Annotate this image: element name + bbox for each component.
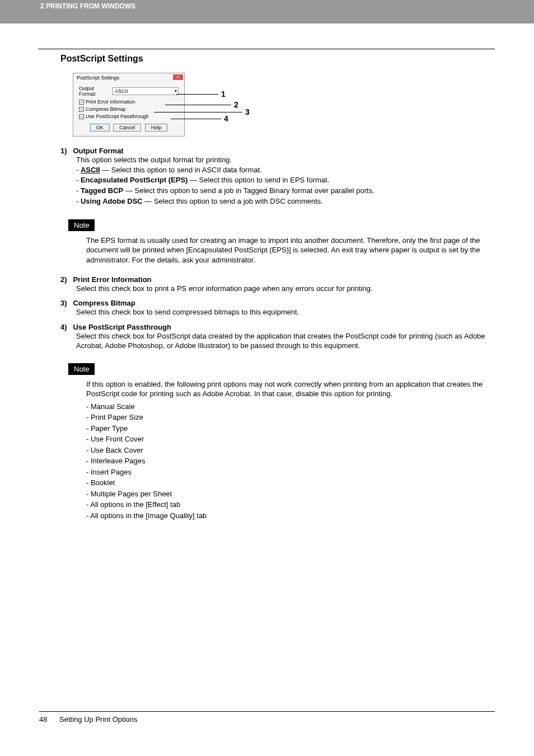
item-3-desc: Select this check box to send compressed… [76,307,495,317]
list-item: Use Back Cover [86,445,495,456]
page-content: PostScript Settings PostScript Settings … [0,24,534,521]
checkbox-icon: ✓ [79,107,84,112]
item-2: 2) Print Error Information Select this c… [60,275,495,294]
output-format-row: Output Format: ASCII ▾ [79,86,179,97]
list-item: Booklet [86,477,495,489]
list-item: Print Paper Size [86,412,495,423]
cancel-button[interactable]: Cancel [113,124,141,132]
note-4-body: If this option is enabled, the following… [86,379,495,399]
callout-line [154,112,242,112]
print-error-checkbox-row[interactable]: ✓ Print Error Information [79,99,179,105]
list-item: Tagged BCP — Select this option to send … [76,186,495,196]
checkbox-icon: ✓ [79,100,84,105]
passthrough-checkbox-row[interactable]: ✓ Use PostScript Passthrough [79,114,179,119]
note-1-body: The EPS format is usually used for creat… [86,236,495,265]
note-label: Note [68,219,95,231]
item-1-desc: This option selects the output format fo… [76,155,495,165]
list-item: Insert Pages [86,467,495,478]
chapter-header: 2 PRINTING FROM WINDOWS [0,0,534,24]
checkbox-icon: ✓ [79,114,84,119]
item-4: 4) Use PostScript Passthrough Select thi… [60,323,495,351]
page-number: 48 [39,715,47,724]
item-2-number: 2) [60,275,67,284]
callout-line [176,94,218,95]
list-item: Use Front Cover [86,434,495,445]
list-item: Paper Type [86,423,495,434]
chapter-title: 2 PRINTING FROM WINDOWS [40,2,135,10]
note-label: Note [68,363,95,375]
item-2-desc: Select this check box to print a PS erro… [76,284,495,294]
item-1-number: 1) [60,147,67,155]
section-rule [38,49,495,49]
item-1-title: Output Format [73,147,123,155]
list-item: All options in the [Effect] tab [86,499,495,510]
item-4-number: 4) [60,323,67,331]
dialog-body: Output Format: ASCII ▾ ✓ Print Error Inf… [73,82,184,136]
close-icon[interactable]: × [173,74,183,80]
passthrough-checkbox-label: Use PostScript Passthrough [86,114,149,119]
item-3-title: Compress Bitmap [73,299,135,307]
footer-rule [39,711,495,712]
callout-line [171,119,221,119]
callout-3: 3 [245,107,250,116]
callout-line [165,105,231,105]
help-button[interactable]: Help [145,124,168,132]
list-item: Using Adobe DSC — Select this option to … [76,196,495,207]
callout-1: 1 [221,90,226,98]
list-item: Encapsulated PostScript (EPS) — Select t… [76,175,495,186]
item-3-number: 3) [60,299,67,307]
dialog-buttons: OK Cancel Help [79,124,179,132]
item-1-options: ASCII — Select this option to send in AS… [76,165,495,207]
item-3: 3) Compress Bitmap Select this check box… [60,299,495,317]
callout-4: 4 [224,114,228,123]
item-4-title: Use PostScript Passthrough [73,323,171,331]
list-item: Multiple Pages per Sheet [86,489,495,500]
item-2-title: Print Error Information [73,275,151,284]
dialog-figure: PostScript Settings × Output Format: ASC… [73,73,257,137]
ok-button[interactable]: OK [90,124,110,132]
compress-bitmap-checkbox-label: Compress Bitmap [86,106,126,112]
callout-2: 2 [234,100,238,109]
dialog-titlebar: PostScript Settings × [73,73,184,82]
list-item: All options in the [Image Quality] tab [86,510,495,522]
footer-text: 48 Setting Up Print Options [39,715,495,724]
footer-section: Setting Up Print Options [59,715,137,724]
compress-bitmap-checkbox-row[interactable]: ✓ Compress Bitmap [79,106,179,112]
dialog-title-text: PostScript Settings [77,75,119,81]
note-4-list: Manual Scale Print Paper Size Paper Type… [86,401,495,522]
page-footer: 48 Setting Up Print Options [0,711,534,740]
list-item: Interleave Pages [86,456,495,467]
output-format-select[interactable]: ASCII ▾ [113,87,179,95]
item-4-desc: Select this check box for PostScript dat… [76,331,495,351]
list-item: ASCII — Select this option to send in AS… [76,165,495,176]
list-item: Manual Scale [86,401,495,412]
print-error-checkbox-label: Print Error Information [86,99,135,105]
output-format-label: Output Format: [79,86,113,97]
section-title: PostScript Settings [60,54,495,64]
item-1: 1) Output Format This option selects the… [60,147,495,207]
